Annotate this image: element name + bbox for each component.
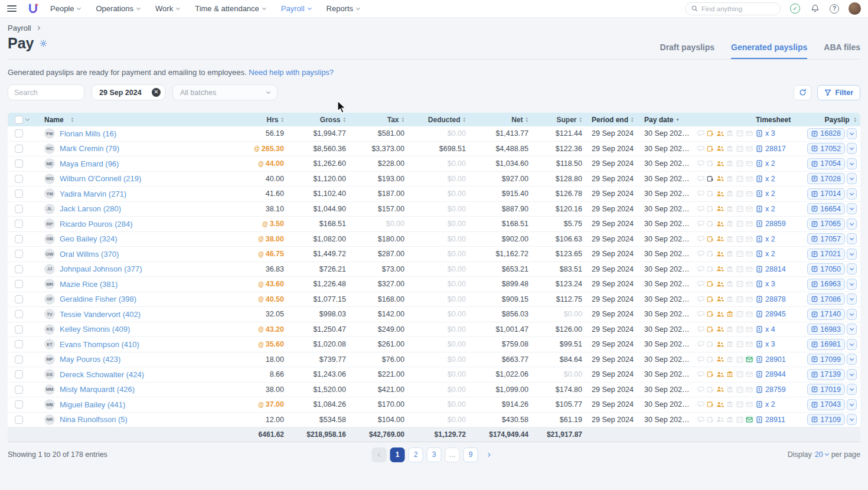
column-net[interactable]: Net▲▼ — [466, 116, 528, 124]
schedule-icon[interactable] — [707, 311, 714, 318]
email-icon[interactable] — [746, 220, 753, 228]
schedule-icon[interactable] — [707, 250, 714, 258]
employee-link[interactable]: Kelley Simonis (409) — [60, 325, 130, 334]
hamburger-menu-icon[interactable] — [7, 5, 17, 12]
timesheet-cell[interactable]: 28901 — [756, 355, 798, 364]
email-icon[interactable] — [746, 130, 753, 138]
nav-time-attendance[interactable]: Time & attendance — [195, 4, 266, 13]
table-search-input[interactable] — [8, 84, 84, 100]
column-hrs[interactable]: Hrs▲▼ — [231, 116, 284, 124]
payslip-button[interactable]: 17050 — [807, 263, 845, 275]
employee-link[interactable]: Miguel Bailey (441) — [60, 400, 125, 409]
payslip-dropdown[interactable] — [847, 399, 857, 410]
schedule-icon[interactable] — [707, 325, 714, 333]
employee-card-icon[interactable] — [736, 371, 743, 378]
payslip-button[interactable]: 17065 — [807, 218, 845, 230]
employee-card-icon[interactable] — [736, 311, 743, 318]
payslip-dropdown[interactable] — [847, 309, 857, 320]
timesheet-cell[interactable]: x 3 — [756, 340, 798, 348]
payslip-dropdown[interactable] — [847, 263, 857, 275]
notifications-bell-icon[interactable] — [810, 4, 820, 14]
timesheet-cell[interactable]: x 2 — [756, 175, 798, 183]
schedule-icon[interactable] — [707, 341, 714, 348]
schedule-icon[interactable] — [707, 220, 714, 228]
payslip-button[interactable]: 16983 — [807, 324, 845, 335]
bank-icon[interactable] — [726, 416, 734, 423]
tab-aba-files[interactable]: ABA files — [824, 43, 860, 59]
row-checkbox[interactable] — [15, 325, 23, 334]
team-icon[interactable] — [716, 355, 724, 363]
payslip-dropdown[interactable] — [847, 279, 857, 290]
employee-card-icon[interactable] — [736, 416, 743, 423]
tab-generated-payslips[interactable]: Generated payslips — [731, 43, 807, 59]
team-icon[interactable] — [716, 145, 724, 152]
row-checkbox[interactable] — [15, 129, 23, 138]
row-checkbox[interactable] — [15, 280, 23, 288]
email-icon[interactable] — [746, 295, 753, 303]
page-button-1[interactable]: 1 — [390, 447, 405, 462]
payslip-button[interactable]: 17140 — [807, 309, 845, 320]
clear-date-icon[interactable]: ✕ — [152, 88, 161, 97]
global-search-input[interactable] — [701, 5, 766, 12]
schedule-icon[interactable] — [707, 280, 714, 288]
nav-reports[interactable]: Reports — [327, 4, 360, 13]
employee-link[interactable]: Dereck Schowalter (424) — [60, 370, 144, 379]
employee-card-icon[interactable] — [736, 265, 743, 273]
row-checkbox[interactable] — [15, 355, 23, 364]
previous-page-button[interactable] — [372, 447, 387, 462]
column-period-end[interactable]: Period end▲▼ — [582, 116, 641, 124]
row-checkbox[interactable] — [15, 370, 23, 378]
comment-icon[interactable] — [697, 175, 704, 182]
email-icon[interactable] — [746, 205, 753, 213]
email-icon[interactable] — [746, 250, 753, 258]
payslip-button[interactable]: 17099 — [807, 354, 845, 365]
team-icon[interactable] — [716, 416, 724, 423]
row-checkbox[interactable] — [15, 145, 23, 153]
timesheet-cell[interactable]: x 2 — [756, 205, 798, 213]
email-icon[interactable] — [746, 325, 753, 333]
timesheet-cell[interactable]: x 4 — [756, 325, 798, 334]
page-button-3[interactable]: 3 — [427, 447, 442, 462]
comment-icon[interactable] — [697, 386, 704, 393]
bank-icon[interactable] — [726, 235, 734, 243]
timesheet-cell[interactable]: x 3 — [756, 129, 798, 138]
bank-icon[interactable] — [726, 341, 734, 348]
bank-icon[interactable] — [726, 205, 734, 213]
timesheet-cell[interactable]: 28759 — [756, 386, 798, 394]
bank-icon[interactable] — [726, 295, 734, 303]
global-search[interactable] — [685, 2, 781, 15]
timesheet-cell[interactable]: 28944 — [756, 370, 798, 378]
payslip-button[interactable]: 17043 — [807, 399, 845, 410]
payslip-button[interactable]: 17021 — [807, 249, 845, 260]
payslip-dropdown[interactable] — [847, 293, 857, 305]
employee-card-icon[interactable] — [736, 160, 743, 168]
team-icon[interactable] — [716, 250, 724, 258]
breadcrumb-payroll[interactable]: Payroll — [8, 24, 31, 32]
bank-icon[interactable] — [726, 355, 734, 363]
employee-link[interactable]: Geraldine Fisher (398) — [60, 295, 136, 303]
employee-link[interactable]: Mark Cremin (79) — [60, 144, 119, 153]
bank-icon[interactable] — [726, 371, 734, 378]
payslip-dropdown[interactable] — [847, 173, 857, 184]
per-page-select[interactable]: 20 — [815, 450, 828, 459]
payslip-dropdown[interactable] — [847, 233, 857, 244]
employee-card-icon[interactable] — [736, 220, 743, 228]
email-icon[interactable] — [746, 311, 753, 318]
nav-operations[interactable]: Operations — [96, 4, 140, 13]
app-logo[interactable] — [27, 3, 38, 14]
help-icon[interactable]: ? — [830, 4, 839, 14]
team-icon[interactable] — [716, 190, 724, 198]
employee-link[interactable]: Evans Thompson (410) — [60, 340, 139, 349]
payslip-button[interactable]: 17109 — [807, 414, 845, 425]
row-checkbox[interactable] — [15, 340, 23, 348]
employee-card-icon[interactable] — [736, 205, 743, 213]
employee-link[interactable]: Mazie Rice (381) — [60, 280, 118, 289]
email-icon[interactable] — [746, 416, 753, 423]
comment-icon[interactable] — [697, 190, 704, 198]
employee-link[interactable]: Nina Runolfsson (5) — [60, 415, 128, 424]
comment-icon[interactable] — [697, 130, 704, 138]
nav-payroll[interactable]: Payroll — [281, 4, 311, 13]
bank-icon[interactable] — [726, 220, 734, 228]
employee-link[interactable]: Tessie Vandervort (402) — [60, 310, 141, 319]
employee-card-icon[interactable] — [736, 130, 743, 138]
